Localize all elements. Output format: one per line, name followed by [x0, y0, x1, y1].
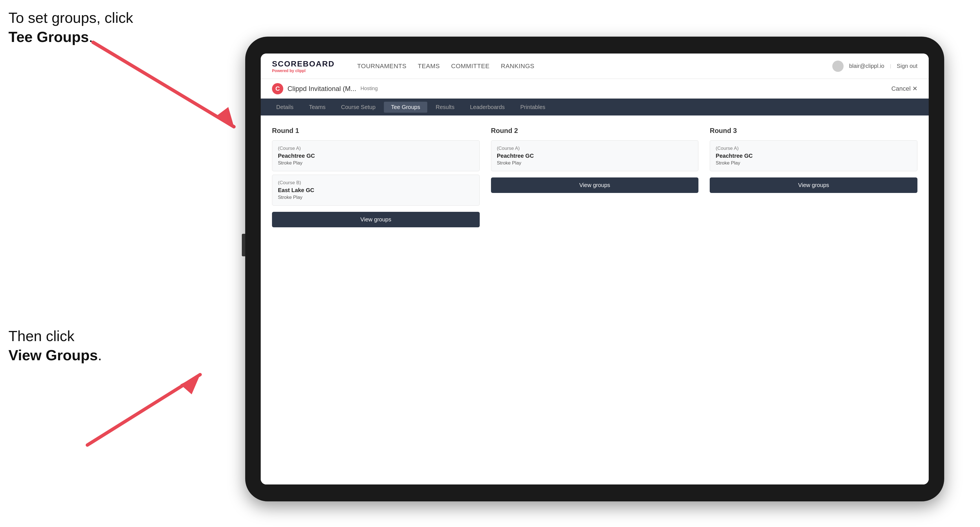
rounds-grid: Round 1 (Course A) Peachtree GC Stroke P… [272, 127, 918, 227]
instruction-bottom: Then click View Groups. [8, 327, 102, 365]
cancel-button[interactable]: Cancel ✕ [891, 85, 918, 92]
nav-separator: | [890, 63, 891, 69]
svg-line-2 [88, 375, 200, 445]
user-avatar [832, 60, 843, 72]
round-1-column: Round 1 (Course A) Peachtree GC Stroke P… [272, 127, 480, 227]
instruction-bottom-period: . [98, 347, 102, 364]
tournament-bar: C Clippd Invitational (M... Hosting Canc… [261, 79, 929, 98]
round-3-course-a-card: (Course A) Peachtree GC Stroke Play [710, 140, 918, 171]
round-1-course-b-name: East Lake GC [278, 187, 474, 194]
tab-bar: Details Teams Course Setup Tee Groups Re… [261, 98, 929, 116]
round-1-title: Round 1 [272, 127, 480, 135]
hosting-badge: Hosting [361, 86, 378, 92]
app-content: SCOREBOARD Powered by clippl TOURNAMENTS… [261, 54, 929, 484]
logo-sub-prefix: Powered by [272, 68, 295, 73]
round-1-course-b-play-type: Stroke Play [278, 195, 474, 200]
cancel-label: Cancel [891, 85, 910, 92]
svg-marker-1 [217, 107, 234, 127]
round-3-course-a-label: (Course A) [716, 146, 912, 151]
tournament-title: Clippd Invitational (M... [288, 85, 356, 93]
round-3-course-a-name: Peachtree GC [716, 153, 912, 159]
tab-teams[interactable]: Teams [302, 102, 332, 113]
main-content: Round 1 (Course A) Peachtree GC Stroke P… [261, 116, 929, 484]
round-2-course-a-name: Peachtree GC [497, 153, 693, 159]
round-1-view-groups-button[interactable]: View groups [272, 212, 480, 227]
round-2-view-groups-button[interactable]: View groups [491, 178, 699, 193]
c-logo: C [272, 83, 283, 94]
cancel-x: ✕ [912, 85, 918, 92]
nav-committee[interactable]: COMMITTEE [451, 62, 490, 70]
instruction-top-line1: To set groups, click [8, 8, 133, 28]
instruction-bottom-line1: Then click [8, 327, 102, 346]
round-1-course-a-label: (Course A) [278, 146, 474, 151]
tab-course-setup[interactable]: Course Setup [334, 102, 382, 113]
nav-right: blair@clippl.io | Sign out [832, 60, 918, 72]
nav-links: TOURNAMENTS TEAMS COMMITTEE RANKINGS [357, 62, 815, 70]
round-3-column: Round 3 (Course A) Peachtree GC Stroke P… [710, 127, 918, 227]
tab-tee-groups[interactable]: Tee Groups [384, 102, 427, 113]
round-2-course-a-play-type: Stroke Play [497, 160, 693, 166]
round-2-course-a-card: (Course A) Peachtree GC Stroke Play [491, 140, 699, 171]
round-1-course-b-card: (Course B) East Lake GC Stroke Play [272, 175, 480, 206]
tab-leaderboards[interactable]: Leaderboards [463, 102, 512, 113]
round-2-column: Round 2 (Course A) Peachtree GC Stroke P… [491, 127, 699, 227]
round-1-course-a-play-type: Stroke Play [278, 160, 474, 166]
arrow-view-groups [73, 360, 214, 459]
tablet-screen: SCOREBOARD Powered by clippl TOURNAMENTS… [261, 54, 929, 484]
tournament-name-area: C Clippd Invitational (M... Hosting [272, 83, 378, 94]
logo-brand: clippl [295, 68, 305, 73]
round-3-view-groups-button[interactable]: View groups [710, 178, 918, 193]
tablet-frame: SCOREBOARD Powered by clippl TOURNAMENTS… [245, 37, 944, 502]
instruction-top: To set groups, click Tee Groups. [8, 8, 133, 46]
nav-tournaments[interactable]: TOURNAMENTS [357, 62, 406, 70]
instruction-top-line2: Tee Groups [8, 29, 89, 45]
round-3-title: Round 3 [710, 127, 918, 135]
round-1-course-a-name: Peachtree GC [278, 153, 474, 159]
round-2-course-a-label: (Course A) [497, 146, 693, 151]
tab-printables[interactable]: Printables [513, 102, 552, 113]
round-1-course-a-card: (Course A) Peachtree GC Stroke Play [272, 140, 480, 171]
logo-area: SCOREBOARD Powered by clippl [272, 59, 334, 73]
nav-rankings[interactable]: RANKINGS [501, 62, 535, 70]
logo-text: SCOREBOARD [272, 59, 334, 68]
instruction-bottom-line2: View Groups [8, 347, 98, 364]
tablet-side-button [242, 234, 245, 256]
sign-out-link[interactable]: Sign out [897, 63, 918, 69]
user-email: blair@clippl.io [849, 63, 885, 69]
instruction-top-period: . [89, 29, 93, 45]
svg-marker-3 [180, 375, 200, 394]
round-2-title: Round 2 [491, 127, 699, 135]
top-navbar: SCOREBOARD Powered by clippl TOURNAMENTS… [261, 54, 929, 79]
svg-line-0 [93, 42, 234, 127]
tab-details[interactable]: Details [269, 102, 301, 113]
tab-results[interactable]: Results [429, 102, 462, 113]
logo-sub: Powered by clippl [272, 68, 305, 73]
round-3-course-a-play-type: Stroke Play [716, 160, 912, 166]
nav-teams[interactable]: TEAMS [418, 62, 440, 70]
round-1-course-b-label: (Course B) [278, 180, 474, 186]
